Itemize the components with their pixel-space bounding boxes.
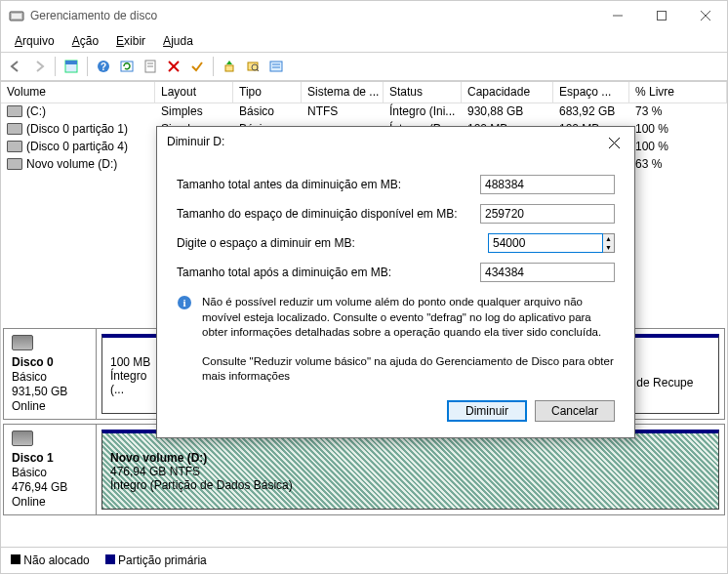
legend-unallocated: Não alocado	[23, 554, 89, 567]
swatch-primary	[105, 554, 115, 564]
col-pct[interactable]: % Livre	[629, 82, 727, 103]
part-status: Íntegro (...	[110, 369, 151, 396]
toolbar: ?	[1, 52, 727, 81]
legend-primary: Partição primária	[118, 554, 207, 567]
partition-selected[interactable]: Novo volume (D:) 476,94 GB NTFS Íntegro …	[101, 430, 719, 510]
col-status[interactable]: Status	[384, 82, 462, 103]
svg-rect-16	[225, 65, 233, 71]
svg-rect-3	[657, 12, 666, 20]
cancel-button[interactable]: Cancelar	[535, 400, 615, 422]
part-title: Novo volume (D:)	[110, 451, 710, 465]
svg-rect-20	[270, 62, 282, 71]
col-free[interactable]: Espaço ...	[553, 82, 629, 103]
svg-rect-7	[65, 61, 77, 64]
dialog-close-button[interactable]	[599, 132, 628, 153]
shrink-amount-spinner[interactable]: ▲▼	[488, 233, 615, 253]
total-after-value: 434384	[480, 263, 615, 282]
total-before-label: Tamanho total antes da diminuição em MB:	[177, 178, 480, 191]
dialog-title: Diminuir D:	[157, 127, 634, 156]
disk-management-window: Gerenciamento de disco Arquivo Ação Exib…	[0, 0, 728, 574]
info-icon: i	[177, 295, 192, 341]
minimize-button[interactable]	[595, 1, 639, 30]
total-before-value: 488384	[480, 175, 615, 194]
part-size: 100 MB	[110, 355, 151, 369]
properties-icon[interactable]	[140, 56, 161, 77]
menu-help[interactable]: Ajuda	[155, 32, 201, 50]
col-volume[interactable]: Volume	[1, 82, 155, 103]
help-icon[interactable]: ?	[93, 56, 114, 77]
disk-size: 476,94 GB	[12, 480, 88, 494]
shrink-amount-label: Digite o espaço a diminuir em MB:	[177, 236, 488, 250]
svg-rect-1	[12, 14, 21, 19]
shrink-dialog: Diminuir D: Tamanho total antes da dimin…	[156, 126, 635, 438]
forward-icon[interactable]	[28, 56, 50, 77]
disk-icon	[12, 430, 33, 446]
shrink-button[interactable]: Diminuir	[447, 400, 527, 422]
col-fs[interactable]: Sistema de ...	[302, 82, 384, 103]
part-status: Íntegro (Partição de Dados Básica)	[110, 478, 710, 492]
disk-name: Disco 0	[12, 355, 88, 369]
disk-header[interactable]: Disco 1 Básico 476,94 GB Online	[4, 425, 97, 514]
shrink-amount-input[interactable]	[488, 233, 603, 253]
close-button[interactable]	[683, 1, 727, 30]
disk-status: Online	[12, 399, 88, 413]
titlebar: Gerenciamento de disco	[1, 1, 727, 30]
spinner-up-icon[interactable]: ▲	[603, 234, 614, 243]
menu-view[interactable]: Exibir	[108, 32, 153, 50]
part-size: 476,94 GB NTFS	[110, 465, 710, 478]
col-layout[interactable]: Layout	[155, 82, 233, 103]
delete-icon[interactable]	[163, 56, 184, 77]
app-icon	[9, 8, 24, 23]
refresh-icon[interactable]	[116, 56, 138, 77]
disk-type: Básico	[12, 370, 88, 384]
info-text-1: Não é possível reduzir um volume além do…	[202, 295, 615, 341]
table-row[interactable]: (C:)SimplesBásicoNTFSÍntegro (Ini...930,…	[1, 103, 727, 121]
info-text-2: Consulte "Reduzir volume básico" na ajud…	[202, 354, 615, 385]
menu-file[interactable]: Arquivo	[7, 32, 62, 50]
table-header: Volume Layout Tipo Sistema de ... Status…	[1, 82, 727, 103]
disk-icon	[12, 335, 33, 350]
maximize-button[interactable]	[639, 1, 683, 30]
disk-type: Básico	[12, 466, 88, 479]
disk-size: 931,50 GB	[12, 385, 88, 398]
svg-line-19	[257, 69, 259, 71]
window-title: Gerenciamento de disco	[30, 9, 157, 22]
spinner-down-icon[interactable]: ▼	[603, 243, 614, 252]
total-after-label: Tamanho total após a diminuição em MB:	[177, 266, 480, 279]
disk-name: Disco 1	[12, 451, 88, 465]
partition[interactable]: 100 MB Íntegro (...	[101, 334, 160, 414]
col-capacity[interactable]: Capacidade	[462, 82, 553, 103]
svg-text:?: ?	[101, 62, 106, 72]
disk-header[interactable]: Disco 0 Básico 931,50 GB Online	[4, 329, 97, 419]
menu-action[interactable]: Ação	[64, 32, 106, 50]
menubar: Arquivo Ação Exibir Ajuda	[1, 30, 727, 52]
disk-status: Online	[12, 495, 88, 509]
views-icon[interactable]	[61, 56, 82, 77]
back-icon[interactable]	[5, 56, 26, 77]
svg-text:i: i	[182, 297, 185, 308]
list-icon[interactable]	[265, 56, 287, 77]
col-type[interactable]: Tipo	[233, 82, 302, 103]
search-icon[interactable]	[242, 56, 263, 77]
swatch-unallocated	[11, 554, 20, 564]
check-icon[interactable]	[186, 56, 208, 77]
available-label: Tamanho do espaço de diminuição disponív…	[177, 207, 480, 221]
legend: Não alocado Partição primária	[1, 547, 727, 573]
available-value: 259720	[480, 204, 615, 224]
up-icon[interactable]	[219, 56, 240, 77]
